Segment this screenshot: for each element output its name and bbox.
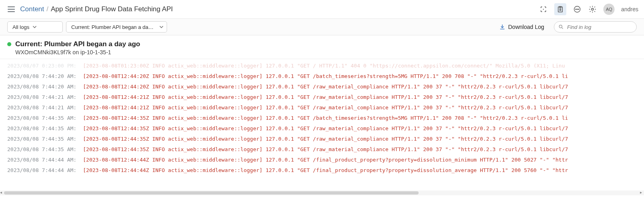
session-header: Current: Plumber API began a day ago WXO…	[0, 35, 644, 59]
breadcrumb-sep: /	[47, 5, 49, 13]
log-list: 2023/08/07 0:23:00 PM:[2023-08-08T01:23:…	[0, 59, 644, 182]
logs-filter-select[interactable]: All logs	[7, 21, 63, 33]
svg-point-3	[576, 9, 576, 10]
find-box[interactable]	[554, 21, 637, 33]
gear-icon[interactable]	[588, 5, 597, 14]
session-title: Current: Plumber API began a day ago	[15, 40, 140, 48]
log-row: 2023/08/08 7:44:21 AM:[2023-08-08T12:44:…	[0, 92, 644, 102]
log-message: [2023-08-08T12:44:35Z INFO actix_web::mi…	[83, 144, 568, 155]
log-message: [2023-08-08T12:44:20Z INFO actix_web::mi…	[83, 71, 568, 82]
log-timestamp: 2023/08/07 0:23:00 PM:	[0, 61, 83, 71]
svg-point-7	[559, 25, 562, 28]
svg-point-4	[577, 9, 578, 10]
horizontal-scrollbar[interactable]: ◂ ▸	[0, 191, 644, 195]
log-viewport[interactable]: 2023/08/07 0:23:00 PM:[2023-08-08T01:23:…	[0, 59, 644, 191]
log-message: [2023-08-08T12:44:44Z INFO actix_web::mi…	[83, 165, 568, 176]
log-row: 2023/08/08 7:44:35 AM:[2023-08-08T12:44:…	[0, 134, 644, 144]
log-timestamp: 2023/08/08 7:44:21 AM:	[0, 92, 83, 102]
log-toolbar: All logs Current: Plumber API began a da…	[0, 18, 644, 35]
log-message: [2023-08-08T12:44:44Z INFO actix_web::mi…	[83, 155, 568, 165]
search-icon	[558, 24, 564, 30]
scroll-left-arrow-icon[interactable]: ◂	[0, 190, 4, 195]
log-message: [2023-08-08T12:44:35Z INFO actix_web::mi…	[83, 134, 568, 144]
top-bar: Content / App Sprint Drug Flow Data Fetc…	[0, 0, 644, 18]
menu-button[interactable]	[6, 4, 17, 15]
svg-point-5	[578, 9, 579, 10]
log-row: 2023/08/08 7:44:20 AM:[2023-08-08T12:44:…	[0, 71, 644, 82]
job-filter-select[interactable]: Current: Plumber API began a day …	[66, 21, 167, 33]
log-timestamp: 2023/08/08 7:44:35 AM:	[0, 113, 83, 123]
download-label: Download Log	[508, 24, 544, 30]
breadcrumb-current: App Sprint Drug Flow Data Fetching API	[51, 5, 173, 13]
avatar[interactable]: AQ	[603, 4, 615, 15]
log-timestamp: 2023/08/08 7:44:35 AM:	[0, 134, 83, 144]
scrollbar-thumb[interactable]	[4, 191, 419, 195]
log-row: 2023/08/08 7:44:35 AM:[2023-08-08T12:44:…	[0, 144, 644, 155]
log-row: 2023/08/07 0:23:00 PM:[2023-08-08T01:23:…	[0, 61, 644, 71]
log-timestamp: 2023/08/08 7:44:20 AM:	[0, 71, 83, 82]
log-timestamp: 2023/08/08 7:44:21 AM:	[0, 102, 83, 113]
log-timestamp: 2023/08/08 7:44:35 AM:	[0, 123, 83, 134]
log-row: 2023/08/08 7:44:44 AM:[2023-08-08T12:44:…	[0, 155, 644, 165]
log-timestamp: 2023/08/08 7:44:20 AM:	[0, 82, 83, 92]
log-row: 2023/08/08 7:44:44 AM:[2023-08-08T12:44:…	[0, 165, 644, 176]
svg-point-0	[543, 9, 544, 10]
more-icon[interactable]	[573, 5, 582, 14]
log-timestamp: 2023/08/08 7:44:35 AM:	[0, 144, 83, 155]
log-message: [2023-08-08T12:44:35Z INFO actix_web::mi…	[83, 123, 568, 134]
breadcrumb-link[interactable]: Content	[20, 5, 44, 13]
log-timestamp: 2023/08/08 7:44:44 AM:	[0, 155, 83, 165]
session-subtitle: WXOmCMNki3KL9f7k on ip-10-1-35-1	[15, 49, 637, 55]
log-row: 2023/08/08 7:44:35 AM:[2023-08-08T12:44:…	[0, 113, 644, 123]
svg-point-6	[592, 8, 594, 10]
status-dot-icon	[7, 42, 11, 46]
chevron-down-icon	[159, 25, 163, 29]
log-row: 2023/08/08 7:44:20 AM:[2023-08-08T12:44:…	[0, 82, 644, 92]
log-message: [2023-08-08T12:44:21Z INFO actix_web::mi…	[83, 92, 568, 102]
log-message: [2023-08-08T01:23:00Z INFO actix_web::mi…	[83, 61, 565, 71]
username: andres	[621, 6, 638, 12]
log-message: [2023-08-08T12:44:20Z INFO actix_web::mi…	[83, 82, 568, 92]
logs-icon[interactable]	[554, 3, 566, 15]
chevron-down-icon	[33, 25, 37, 29]
logs-filter-label: All logs	[12, 24, 29, 30]
log-row: 2023/08/08 7:44:35 AM:[2023-08-08T12:44:…	[0, 123, 644, 134]
log-timestamp: 2023/08/08 7:44:44 AM:	[0, 165, 83, 176]
scroll-right-arrow-icon[interactable]: ▸	[640, 190, 644, 195]
fullscreen-icon[interactable]	[539, 5, 548, 14]
find-input[interactable]	[566, 24, 636, 31]
log-message: [2023-08-08T12:44:35Z INFO actix_web::mi…	[83, 113, 568, 123]
log-message: [2023-08-08T12:44:21Z INFO actix_web::mi…	[83, 102, 568, 113]
job-filter-label: Current: Plumber API began a day …	[71, 24, 156, 30]
log-row: 2023/08/08 7:44:21 AM:[2023-08-08T12:44:…	[0, 102, 644, 113]
download-log-button[interactable]: Download Log	[499, 24, 544, 30]
download-icon	[499, 24, 506, 30]
